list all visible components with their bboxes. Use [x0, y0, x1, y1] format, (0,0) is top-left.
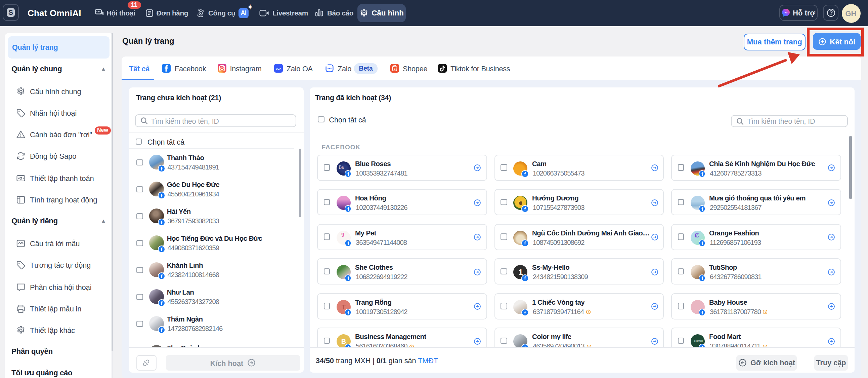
- svg-text:ZOA: ZOA: [276, 67, 281, 70]
- svg-text:S: S: [394, 67, 395, 70]
